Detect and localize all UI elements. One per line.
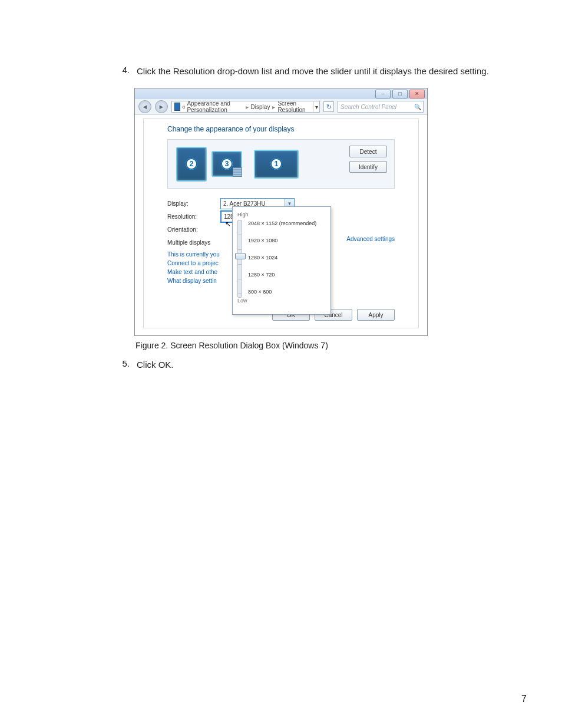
- identify-button[interactable]: Identify: [349, 161, 387, 173]
- apply-button[interactable]: Apply: [357, 309, 395, 321]
- panel-heading: Change the appearance of your displays: [167, 125, 395, 133]
- address-bar: ◄ ► « Appearance and Personalization ▸ D…: [135, 99, 427, 115]
- close-button[interactable]: ✕: [409, 90, 425, 98]
- page-number: 7: [521, 694, 527, 704]
- minimize-button[interactable]: –: [375, 90, 391, 98]
- breadcrumb[interactable]: « Appearance and Personalization ▸ Displ…: [171, 101, 320, 113]
- step-4: 4. Click the Resolution drop-down list a…: [118, 65, 491, 77]
- step-5-number: 5.: [118, 358, 130, 371]
- nav-back-button[interactable]: ◄: [138, 100, 151, 113]
- display-value: 2. Acer B273HU: [223, 200, 266, 207]
- res-option-1: 2048 × 1152 (recommended): [248, 221, 316, 227]
- search-icon: 🔍: [414, 104, 421, 110]
- display-arrangement[interactable]: 2 3 1 Detect Identify: [167, 139, 395, 189]
- multiple-displays-label: Multiple displays: [167, 239, 220, 246]
- breadcrumb-dropdown-icon[interactable]: ▾: [313, 101, 319, 112]
- resolution-label: Resolution:: [167, 213, 220, 220]
- breadcrumb-level3: Screen Resolution: [275, 101, 313, 113]
- step-5-text: Click OK.: [137, 358, 491, 371]
- slider-low-label: Low: [237, 298, 326, 304]
- maximize-button[interactable]: □: [392, 90, 408, 98]
- refresh-button[interactable]: ↻: [323, 101, 334, 112]
- window-titlebar: – □ ✕: [135, 88, 427, 99]
- document-page: 4. Click the Resolution drop-down list a…: [0, 0, 562, 728]
- res-option-5: 800 × 600: [248, 289, 316, 295]
- nav-forward-button[interactable]: ►: [155, 100, 168, 113]
- breadcrumb-level1: Appearance and Personalization: [187, 101, 243, 113]
- resolution-slider-track[interactable]: [237, 220, 242, 298]
- breadcrumb-prefix: «: [182, 104, 186, 110]
- resolution-slider-popup[interactable]: High 2048 × 1152 (recommended) 1920 × 10…: [232, 206, 331, 315]
- monitor-1-label: 1: [270, 158, 282, 170]
- breadcrumb-level2: Display: [249, 104, 273, 110]
- figure-caption: Figure 2. Screen Resolution Dialog Box (…: [135, 341, 527, 350]
- res-option-2: 1920 × 1080: [248, 238, 316, 244]
- screen-resolution-panel: Change the appearance of your displays 2…: [143, 118, 419, 328]
- res-option-3: 1280 × 1024: [248, 255, 316, 261]
- window-body: Change the appearance of your displays 2…: [135, 115, 427, 335]
- monitor-2[interactable]: 2: [176, 147, 207, 182]
- cursor-icon: ↖: [225, 220, 231, 228]
- step-5: 5. Click OK.: [118, 358, 491, 371]
- res-option-4: 1280 × 720: [248, 272, 316, 278]
- screenshot-window: – □ ✕ ◄ ► « Appearance and Personalizati…: [134, 88, 428, 336]
- detect-button[interactable]: Detect: [349, 146, 387, 157]
- slider-high-label: High: [237, 212, 326, 218]
- monitor-3[interactable]: 3: [211, 151, 242, 177]
- display-label: Display:: [167, 200, 220, 207]
- control-panel-icon: [174, 103, 180, 111]
- step-4-text: Click the Resolution drop-down list and …: [137, 65, 491, 77]
- orientation-label: Orientation:: [167, 226, 220, 233]
- search-placeholder: Search Control Panel: [340, 104, 396, 110]
- advanced-settings-link[interactable]: Advanced settings: [346, 236, 395, 242]
- search-input[interactable]: Search Control Panel 🔍: [338, 101, 424, 113]
- resolution-tick-labels: 2048 × 1152 (recommended) 1920 × 1080 12…: [248, 220, 316, 297]
- step-4-number: 4.: [118, 65, 130, 77]
- monitor-3-label: 3: [221, 158, 233, 170]
- resolution-slider-thumb[interactable]: [235, 253, 246, 259]
- monitor-1[interactable]: 1: [254, 150, 299, 179]
- monitor-2-label: 2: [186, 158, 197, 170]
